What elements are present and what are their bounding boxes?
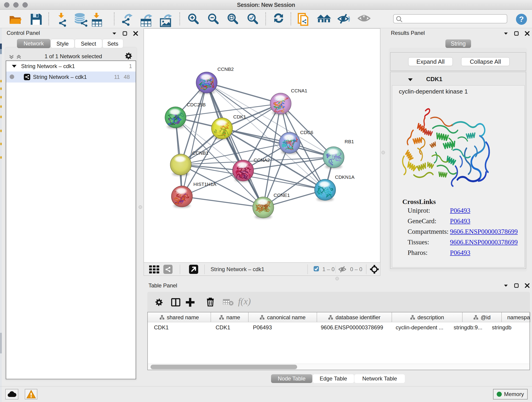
- svg-text:CCNA2: CCNA2: [254, 157, 270, 163]
- svg-text:RB1: RB1: [345, 139, 354, 144]
- svg-text:?: ?: [519, 15, 524, 23]
- svg-text:CCNA1: CCNA1: [291, 88, 307, 93]
- svg-text:CCNB1: CCNB1: [192, 150, 209, 156]
- svg-text:CDC6: CDC6: [300, 130, 313, 135]
- svg-text:HIST1H1A: HIST1H1A: [193, 182, 216, 187]
- svg-text:CCNE1: CCNE1: [273, 192, 290, 198]
- svg-text:CDKN1A: CDKN1A: [335, 174, 355, 180]
- svg-text:CDK1: CDK1: [233, 114, 246, 119]
- svg-text:CDC25B: CDC25B: [187, 102, 206, 107]
- svg-text:CCNB2: CCNB2: [217, 66, 234, 72]
